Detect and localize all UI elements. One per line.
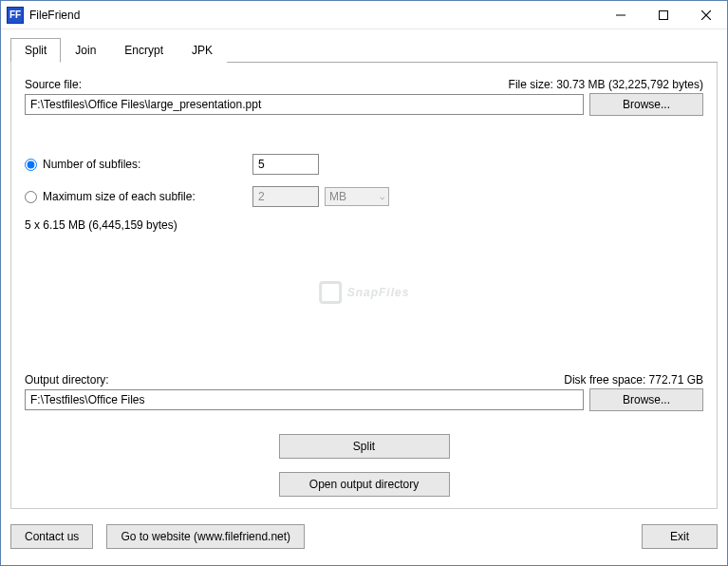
num-subfiles-input[interactable] (252, 154, 319, 175)
radio-num-subfiles-label: Number of subfiles: (43, 158, 140, 171)
website-button[interactable]: Go to website (www.filefriend.net) (106, 524, 305, 549)
maximize-button[interactable] (642, 1, 684, 28)
output-dir-input[interactable] (25, 389, 584, 410)
tab-jpk[interactable]: JPK (177, 38, 227, 63)
max-size-unit-label: MB (329, 190, 346, 203)
window-controls (599, 1, 727, 28)
disk-space-label: Disk free space: 772.71 GB (564, 373, 703, 387)
tab-split[interactable]: Split (10, 38, 61, 63)
split-calculation-text: 5 x 6.15 MB (6,445,159 bytes) (25, 218, 703, 232)
minimize-button[interactable] (599, 1, 642, 28)
svg-rect-1 (659, 10, 667, 19)
output-dir-label: Output directory: (25, 373, 109, 387)
chevron-down-icon: ⌵ (380, 192, 384, 201)
exit-button[interactable]: Exit (642, 524, 718, 549)
split-panel: Source file: File size: 30.73 MB (32,225… (10, 63, 718, 509)
source-file-label: Source file: (25, 78, 82, 91)
contact-button[interactable]: Contact us (10, 524, 93, 549)
tab-join[interactable]: Join (61, 38, 110, 63)
browse-source-button[interactable]: Browse... (589, 93, 703, 116)
radio-max-size[interactable]: Maximum size of each subfile: (25, 190, 252, 203)
watermark-icon (319, 281, 342, 304)
watermark: SnapFiles (319, 281, 410, 304)
max-size-input (252, 186, 319, 207)
browse-output-button[interactable]: Browse... (589, 388, 703, 411)
tab-bar: Split Join Encrypt JPK (10, 37, 718, 63)
open-output-button[interactable]: Open output directory (279, 472, 450, 497)
close-button[interactable] (684, 1, 727, 28)
radio-num-subfiles-input[interactable] (25, 159, 37, 171)
app-icon: FF (7, 7, 24, 24)
max-size-unit-select: MB ⌵ (325, 187, 389, 206)
radio-max-size-label: Maximum size of each subfile: (43, 190, 196, 203)
source-file-input[interactable] (25, 94, 584, 115)
radio-num-subfiles[interactable]: Number of subfiles: (25, 158, 252, 171)
radio-max-size-input[interactable] (25, 191, 37, 203)
split-button[interactable]: Split (279, 434, 450, 459)
tab-encrypt[interactable]: Encrypt (110, 38, 177, 63)
window-title: FileFriend (29, 9, 599, 22)
footer: Contact us Go to website (www.filefriend… (1, 517, 727, 557)
file-size-label: File size: 30.73 MB (32,225,792 bytes) (509, 78, 703, 91)
titlebar: FF FileFriend (1, 1, 727, 29)
watermark-text: SnapFiles (347, 286, 410, 299)
